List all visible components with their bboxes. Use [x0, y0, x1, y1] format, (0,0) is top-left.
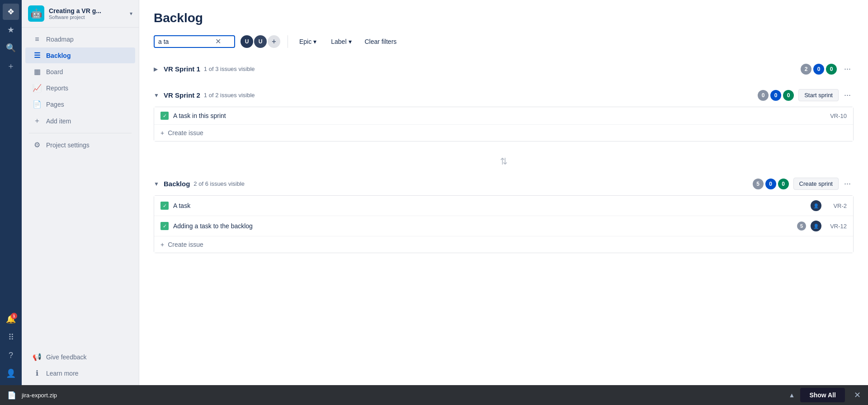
pages-icon: 📄: [33, 100, 42, 108]
filter-bar: ✕ U U + Epic ▾ Label ▾ Clear filters: [154, 34, 854, 49]
sprint-toggle-icon-backlog: ▼: [154, 181, 161, 187]
sidebar-item-learn-more[interactable]: ℹ Learn more: [25, 365, 135, 381]
issue-title: A task: [173, 202, 811, 209]
search-clear-icon[interactable]: ✕: [215, 38, 221, 45]
sprint-name-backlog: Backlog: [164, 180, 190, 188]
sidebar-label-add-item: Add item: [46, 118, 71, 125]
avatar-filter-1[interactable]: U: [240, 34, 254, 49]
sidebar-item-project-settings[interactable]: ⚙ Project settings: [25, 137, 135, 153]
table-row[interactable]: ✓ A task in this sprint VR-10: [154, 107, 853, 125]
sidebar-label-reports: Reports: [46, 85, 68, 92]
sprint-more-icon-backlog[interactable]: ···: [841, 178, 854, 189]
help-icon[interactable]: ?: [3, 347, 19, 363]
reports-icon: 📈: [33, 84, 42, 92]
main-inner: Backlog ✕ U U + Epic ▾ Label: [139, 0, 868, 385]
sprint-badges-vr-sprint-1: 2 0 0: [801, 64, 837, 75]
epic-filter-label: Epic: [299, 38, 311, 45]
start-sprint-button[interactable]: Start sprint: [798, 89, 839, 101]
issue-assignee-avatar: 👤: [811, 200, 821, 211]
sidebar-divider: [29, 133, 132, 133]
sprint-header-vr-sprint-1[interactable]: ▶ VR Sprint 1 1 of 3 issues visible 2 0 …: [154, 60, 854, 78]
add-item-icon: ＋: [33, 116, 42, 126]
sprint-badges-vr-sprint-2: 0 0 0: [758, 90, 794, 101]
issue-id: VR-2: [826, 202, 847, 209]
label-chevron-icon: ▾: [349, 38, 352, 45]
create-issue-label: Create issue: [168, 129, 203, 137]
apps-icon[interactable]: ⠿: [3, 329, 19, 345]
sprint-badge-green-backlog: 0: [778, 179, 789, 189]
sprint-badge-green-2: 0: [783, 90, 794, 101]
issue-priority-badge: 5: [797, 221, 806, 231]
sprint-toggle-icon-vr-sprint-1: ▶: [154, 66, 161, 72]
project-header[interactable]: 🤖 Creating a VR g... Software project ▾: [22, 0, 139, 28]
issue-type-icon: ✓: [160, 222, 169, 230]
issue-title: A task in this sprint: [173, 112, 826, 119]
notifications-icon[interactable]: 🔔 1: [3, 311, 19, 327]
starred-icon[interactable]: ★: [3, 22, 19, 38]
issue-right: VR-10: [826, 113, 847, 119]
label-filter-button[interactable]: Label ▾: [326, 35, 356, 48]
create-issue-row[interactable]: + Create issue: [154, 236, 853, 253]
project-avatar: 🤖: [28, 5, 44, 22]
logo-icon[interactable]: ❖: [3, 4, 19, 20]
sidebar-item-add-item[interactable]: ＋ Add item: [25, 113, 135, 129]
sprint-header-vr-sprint-2[interactable]: ▼ VR Sprint 2 1 of 2 issues visible 0 0 …: [154, 85, 854, 105]
sprint-badge-green-1: 0: [826, 64, 837, 75]
issue-assignee-avatar: 👤: [811, 221, 821, 231]
sidebar-item-roadmap[interactable]: ≡ Roadmap: [25, 32, 135, 47]
sidebar-label-give-feedback: Give feedback: [46, 353, 87, 361]
sidebar-item-board[interactable]: ▦ Board: [25, 64, 135, 80]
sprint-more-icon-vr-sprint-2[interactable]: ···: [841, 89, 854, 101]
sprint-section-vr-sprint-1: ▶ VR Sprint 1 1 of 3 issues visible 2 0 …: [154, 60, 854, 78]
table-row[interactable]: ✓ Adding a task to the backlog 5 👤 VR-12: [154, 216, 853, 236]
bottom-chevron-icon[interactable]: ▲: [789, 391, 795, 399]
sidebar-item-reports[interactable]: 📈 Reports: [25, 80, 135, 96]
create-issue-label: Create issue: [168, 241, 203, 248]
issue-id: VR-12: [826, 223, 847, 230]
sidebar-bottom: 📢 Give feedback ℹ Learn more: [22, 345, 139, 385]
label-filter-label: Label: [331, 38, 346, 45]
epic-filter-button[interactable]: Epic ▾: [294, 35, 321, 48]
sprint-badges-backlog: 5 0 0: [753, 179, 789, 189]
search-box: ✕: [154, 35, 235, 48]
show-all-button[interactable]: Show All: [800, 388, 845, 402]
search-icon[interactable]: 🔍: [3, 40, 19, 56]
clear-filters-button[interactable]: Clear filters: [361, 35, 401, 48]
sidebar-item-give-feedback[interactable]: 📢 Give feedback: [25, 349, 135, 365]
sprint-toggle-icon-vr-sprint-2: ▼: [154, 92, 161, 99]
sidebar-label-project-settings: Project settings: [46, 141, 90, 149]
bottom-close-icon[interactable]: ✕: [854, 390, 861, 400]
avatar-filter-add[interactable]: +: [267, 34, 281, 49]
avatar-filter-2[interactable]: U: [253, 34, 268, 49]
issue-right: 👤 VR-2: [811, 200, 847, 211]
sprint-meta-vr-sprint-2: 1 of 2 issues visible: [204, 92, 758, 99]
sidebar-item-pages[interactable]: 📄 Pages: [25, 96, 135, 112]
drag-separator-icon[interactable]: ⇅: [500, 156, 508, 167]
feedback-icon: 📢: [33, 353, 42, 361]
bottom-bar: 📄 jira-export.zip ▲ Show All ✕: [0, 385, 868, 405]
create-issue-plus-icon: +: [160, 241, 164, 248]
issue-title: Adding a task to the backlog: [173, 222, 797, 230]
sprint-badge-blue-backlog: 0: [765, 179, 776, 189]
sidebar-label-learn-more: Learn more: [46, 370, 79, 377]
create-icon[interactable]: ＋: [3, 58, 19, 74]
issues-container-vr-sprint-2: ✓ A task in this sprint VR-10 + Create i…: [154, 107, 854, 141]
project-chevron-icon[interactable]: ▾: [130, 10, 132, 17]
sprint-header-backlog[interactable]: ▼ Backlog 2 of 6 issues visible 5 0 0 Cr…: [154, 174, 854, 193]
sidebar: 🤖 Creating a VR g... Software project ▾ …: [22, 0, 139, 385]
table-row[interactable]: ✓ A task 👤 VR-2: [154, 196, 853, 216]
sidebar-label-roadmap: Roadmap: [46, 36, 74, 43]
sprint-badge-gray-backlog: 5: [753, 179, 764, 189]
create-issue-row[interactable]: + Create issue: [154, 125, 853, 141]
issue-id: VR-10: [826, 113, 847, 119]
roadmap-icon: ≡: [33, 35, 42, 43]
profile-icon[interactable]: 👤: [3, 365, 19, 381]
sidebar-item-backlog[interactable]: ☰ Backlog: [25, 47, 135, 63]
avatar-filter-group: U U +: [240, 34, 281, 49]
search-input[interactable]: [158, 38, 212, 45]
sprint-meta-backlog: 2 of 6 issues visible: [193, 180, 752, 187]
sidebar-nav: ≡ Roadmap ☰ Backlog ▦ Board 📈 Reports 📄 …: [22, 28, 139, 345]
sprint-badge-blue-2: 0: [770, 90, 781, 101]
create-sprint-button[interactable]: Create sprint: [793, 178, 839, 190]
sprint-more-icon-vr-sprint-1[interactable]: ···: [841, 63, 854, 75]
